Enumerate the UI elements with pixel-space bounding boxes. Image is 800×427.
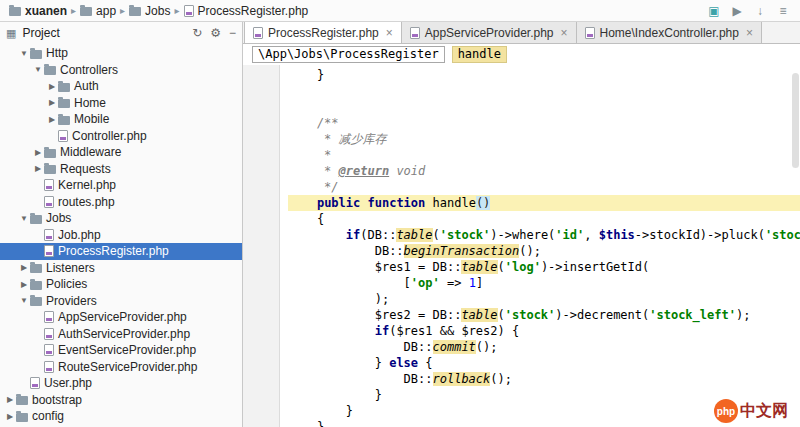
settings-icon[interactable]: ⚙ — [210, 26, 221, 40]
tree-item[interactable]: RouteServiceProvider.php — [0, 359, 242, 376]
chevron-right-icon[interactable]: ▶ — [18, 263, 30, 272]
tree-item-label: Middleware — [60, 145, 121, 159]
tree-item-label: Providers — [46, 294, 97, 308]
tree-item[interactable]: User.php — [0, 375, 242, 392]
tree-item[interactable]: AppServiceProvider.php — [0, 309, 242, 326]
code-line: DB::rollback(); — [288, 371, 800, 387]
close-tab-icon[interactable]: × — [386, 26, 393, 40]
chevron-down-icon[interactable]: ▼ — [32, 65, 44, 74]
editor-pane: ProcessRegister.php×AppServiceProvider.p… — [243, 22, 800, 427]
folder-icon — [44, 165, 56, 174]
editor-gutter — [243, 65, 280, 427]
navigation-bar: xuanen▸app▸Jobs▸ProcessRegister.php ▣▶↓≡ — [0, 0, 800, 22]
chevron-right-icon[interactable]: ▶ — [46, 82, 58, 91]
tree-item[interactable]: routes.php — [0, 194, 242, 211]
code-line: } else { — [288, 355, 800, 371]
tree-item[interactable]: AuthServiceProvider.php — [0, 326, 242, 343]
php-file-icon — [44, 361, 54, 373]
main-split: ▦ Project ↻⚙− ▼Http▼Controllers▶Auth▶Hom… — [0, 22, 800, 427]
tree-item[interactable]: ▶Auth — [0, 78, 242, 95]
breadcrumb-item[interactable]: xuanen — [6, 3, 70, 19]
tree-item-label: Requests — [60, 162, 111, 176]
menu-icon[interactable]: ≡ — [776, 4, 790, 18]
tree-item[interactable]: ▶config — [0, 408, 242, 425]
breadcrumb-label: Jobs — [145, 4, 170, 18]
code-line: DB::beginTransaction(); — [288, 243, 800, 259]
tree-item[interactable]: Job.php — [0, 227, 242, 244]
tree-item[interactable]: ▶Middleware — [0, 144, 242, 161]
folder-icon — [58, 116, 70, 125]
code-region: } /** * 减少库存 * * @return void */ public … — [243, 65, 800, 427]
code-line: if($res1 && $res2) { — [288, 323, 800, 339]
tree-item-label: Listeners — [46, 261, 95, 275]
tree-item-label: Kernel.php — [58, 178, 116, 192]
tree-item[interactable]: EventServiceProvider.php — [0, 342, 242, 359]
scrollbar-thumb[interactable] — [792, 73, 799, 168]
close-tab-icon[interactable]: × — [746, 26, 753, 40]
editor-tabs: ProcessRegister.php×AppServiceProvider.p… — [243, 22, 800, 44]
chevron-right-icon[interactable]: ▶ — [4, 395, 16, 404]
project-view-icon[interactable]: ▦ — [6, 27, 16, 40]
folder-icon — [30, 281, 42, 290]
folder-icon — [44, 66, 56, 75]
editor-tab[interactable]: AppServiceProvider.php× — [402, 22, 577, 43]
folder-icon — [80, 7, 92, 16]
tool-window-icon[interactable]: ▣ — [707, 4, 721, 18]
breadcrumb-item[interactable]: ProcessRegister.php — [181, 3, 312, 19]
tree-item[interactable]: ▼Http — [0, 45, 242, 62]
code-line: DB::commit(); — [288, 339, 800, 355]
tree-item[interactable]: ▶Requests — [0, 161, 242, 178]
tree-item[interactable]: ▶Mobile — [0, 111, 242, 128]
code-line: $res1 = DB::table('log')->insertGetId( — [288, 259, 800, 275]
panel-actions: ↻⚙− — [192, 26, 236, 40]
tree-item[interactable]: ▶Policies — [0, 276, 242, 293]
chevron-right-icon[interactable]: ▶ — [46, 98, 58, 107]
breadcrumb-separator-icon: ▸ — [71, 5, 76, 16]
tree-item[interactable]: ProcessRegister.php — [0, 243, 242, 260]
tree-item[interactable]: Controller.php — [0, 128, 242, 145]
folder-icon — [44, 149, 56, 158]
run-icon[interactable]: ▶ — [730, 4, 744, 18]
tree-item[interactable]: ▼Jobs — [0, 210, 242, 227]
tree-item-label: AuthServiceProvider.php — [58, 327, 190, 341]
code-area[interactable]: } /** * 减少库存 * * @return void */ public … — [280, 65, 800, 427]
code-line — [288, 83, 800, 99]
watermark-text: 中文网 — [740, 401, 788, 422]
project-tree: ▼Http▼Controllers▶Auth▶Home▶MobileContro… — [0, 44, 242, 427]
chevron-right-icon[interactable]: ▶ — [32, 164, 44, 173]
tree-item[interactable]: ▼Controllers — [0, 62, 242, 79]
chevron-right-icon[interactable]: ▶ — [18, 280, 30, 289]
chevron-right-icon[interactable]: ▶ — [32, 148, 44, 157]
code-line: { — [288, 211, 800, 227]
project-panel-header: ▦ Project ↻⚙− — [0, 22, 242, 44]
hide-panel-icon[interactable]: − — [229, 26, 236, 40]
tree-item-label: Home — [74, 96, 106, 110]
close-tab-icon[interactable]: × — [561, 26, 568, 40]
php-file-icon — [44, 245, 54, 257]
tree-item-label: routes.php — [58, 195, 115, 209]
folder-icon — [58, 83, 70, 92]
editor-tab[interactable]: Home\IndexController.php× — [577, 22, 762, 43]
tree-item[interactable]: ▼Providers — [0, 293, 242, 310]
project-panel-title: Project — [22, 26, 59, 40]
folder-icon — [16, 396, 28, 405]
editor-tab[interactable]: ProcessRegister.php× — [244, 22, 402, 43]
tree-item[interactable]: ▶Listeners — [0, 260, 242, 277]
chevron-down-icon[interactable]: ▼ — [18, 214, 30, 223]
tree-item[interactable]: Kernel.php — [0, 177, 242, 194]
breadcrumb-path[interactable]: \App\Jobs\ProcessRegister — [252, 46, 445, 63]
chevron-down-icon[interactable]: ▼ — [18, 49, 30, 58]
breadcrumb-item[interactable]: app — [77, 3, 119, 19]
tree-item[interactable]: ▶Home — [0, 95, 242, 112]
ide-window: xuanen▸app▸Jobs▸ProcessRegister.php ▣▶↓≡… — [0, 0, 800, 427]
refresh-icon[interactable]: ↻ — [192, 26, 202, 40]
chevron-down-icon[interactable]: ▼ — [18, 296, 30, 305]
breadcrumb-item[interactable]: Jobs — [126, 3, 173, 19]
download-icon[interactable]: ↓ — [753, 4, 767, 18]
breadcrumb: xuanen▸app▸Jobs▸ProcessRegister.php — [6, 3, 707, 19]
chevron-right-icon[interactable]: ▶ — [46, 115, 58, 124]
toolbar-actions: ▣▶↓≡ — [707, 4, 794, 18]
tree-item[interactable]: ▶bootstrap — [0, 392, 242, 409]
breadcrumb-member[interactable]: handle — [452, 46, 507, 63]
chevron-right-icon[interactable]: ▶ — [4, 412, 16, 421]
